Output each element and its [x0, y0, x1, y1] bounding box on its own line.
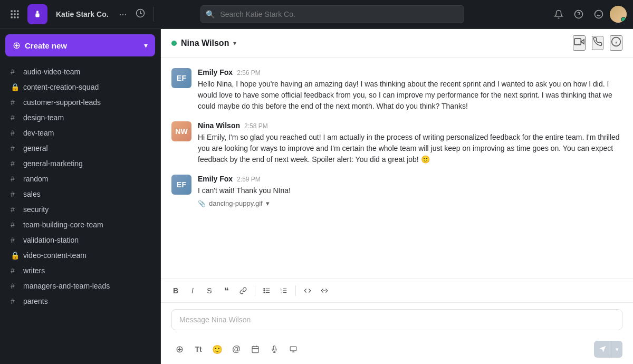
contact-dropdown-icon[interactable]: ▾ — [233, 40, 236, 47]
plus-icon: ⊕ — [13, 40, 21, 51]
avatar-initials: EF — [171, 68, 191, 88]
phone-call-button[interactable] — [592, 36, 603, 50]
channel-name: dev-team — [23, 129, 54, 137]
channel-item[interactable]: 🔒video-content-team — [3, 248, 157, 263]
svg-marker-43 — [599, 346, 606, 352]
message-time: 2:58 PM — [244, 122, 268, 130]
channel-item[interactable]: #validation-station — [3, 233, 157, 247]
search-input[interactable] — [200, 5, 464, 23]
history-button[interactable] — [133, 6, 147, 22]
message-content: Emily Fox2:59 PMI can't wait! Thank you … — [198, 175, 622, 207]
ordered-list-button[interactable]: 1 2 3 — [276, 283, 291, 298]
create-new-label: Create new — [25, 41, 140, 50]
bold-button[interactable]: B — [168, 283, 183, 298]
blockquote-button[interactable]: ❝ — [219, 283, 234, 298]
channel-item[interactable]: #general-marketing — [3, 156, 157, 171]
mention-button[interactable]: @ — [228, 341, 244, 357]
channel-item[interactable]: #random — [3, 171, 157, 186]
add-button[interactable]: ⊕ — [171, 341, 187, 357]
send-button[interactable] — [594, 341, 611, 358]
message-avatar: NW — [171, 121, 191, 141]
text-format-button[interactable]: Tt — [190, 341, 206, 357]
attachment-name: dancing-puppy.gif — [209, 199, 263, 207]
message-text: Hi Emily, I'm so glad you reached out! I… — [198, 132, 622, 165]
message-avatar: EF — [171, 68, 191, 88]
message-input-area — [161, 303, 633, 337]
chat-area: Nina Wilson ▾ — [161, 29, 633, 364]
strikethrough-button[interactable]: S — [202, 283, 217, 298]
channel-name: design-team — [23, 113, 64, 122]
channel-item[interactable]: #sales — [3, 187, 157, 202]
channel-name: customer-support-leads — [23, 98, 101, 107]
main-layout: ⊕ Create new ▾ #audio-video-team🔒content… — [0, 29, 633, 364]
send-options-button[interactable]: ▾ — [611, 341, 622, 358]
svg-point-23 — [264, 289, 265, 290]
channel-name: general — [23, 144, 48, 152]
create-new-button[interactable]: ⊕ Create new ▾ — [5, 34, 155, 56]
channel-item[interactable]: #audio-video-team — [3, 64, 157, 79]
online-indicator — [171, 41, 177, 46]
video-call-button[interactable] — [573, 35, 586, 51]
channel-item[interactable]: #parents — [3, 294, 157, 309]
hash-icon: # — [11, 98, 19, 107]
workspace-name-button[interactable]: Katie Stark Co. — [52, 10, 113, 18]
italic-button[interactable]: I — [185, 283, 200, 298]
hash-icon: # — [11, 236, 19, 244]
audio-button[interactable] — [266, 341, 282, 357]
chat-contact-name: Nina Wilson — [181, 39, 229, 48]
channel-name: random — [23, 175, 48, 183]
calendar-button[interactable] — [247, 341, 263, 357]
svg-marker-15 — [581, 40, 584, 44]
code-block-button[interactable] — [317, 283, 332, 298]
channel-name: audio-video-team — [23, 68, 80, 76]
hash-icon: # — [11, 175, 19, 183]
svg-point-25 — [264, 292, 265, 293]
channel-item[interactable]: #design-team — [3, 110, 157, 125]
lock-icon: 🔒 — [11, 83, 19, 91]
help-button[interactable] — [570, 5, 588, 23]
send-button-group: ▾ — [594, 341, 622, 358]
message-author: Emily Fox — [198, 175, 233, 183]
message: EFEmily Fox2:56 PMHello Nina, I hope you… — [171, 68, 622, 112]
messages-list: EFEmily Fox2:56 PMHello Nina, I hope you… — [161, 58, 633, 279]
sidebar: ⊕ Create new ▾ #audio-video-team🔒content… — [0, 29, 161, 364]
avatar-initials: EF — [171, 175, 191, 195]
shortcuts-button[interactable] — [285, 341, 301, 357]
svg-rect-33 — [252, 347, 258, 353]
channel-item[interactable]: #managers-and-team-leads — [3, 279, 157, 293]
message-input-box — [171, 309, 622, 330]
channel-item[interactable]: #team-building-core-team — [3, 217, 157, 232]
workspace-logo — [27, 4, 47, 24]
svg-rect-8 — [17, 16, 18, 18]
channels-list: #audio-video-team🔒content-creation-squad… — [0, 62, 160, 364]
attachment-chevron-icon: ▾ — [266, 199, 270, 207]
channel-name: content-creation-squad — [23, 83, 99, 91]
svg-rect-16 — [574, 39, 581, 45]
svg-rect-6 — [11, 16, 13, 18]
channel-item[interactable]: #writers — [3, 263, 157, 278]
svg-point-24 — [264, 290, 265, 291]
chat-header: Nina Wilson ▾ — [161, 29, 633, 58]
channel-item[interactable]: #security — [3, 202, 157, 217]
svg-rect-4 — [14, 13, 15, 15]
bullet-list-button[interactable] — [260, 283, 274, 298]
emoji-picker-button[interactable]: 🙂 — [209, 341, 225, 357]
link-button[interactable] — [236, 283, 251, 298]
channel-item[interactable]: 🔒content-creation-squad — [3, 80, 157, 94]
channel-item[interactable]: #general — [3, 141, 157, 156]
emoji-button[interactable] — [590, 5, 608, 23]
notifications-button[interactable] — [550, 5, 568, 23]
channel-name: team-building-core-team — [23, 221, 103, 229]
channel-item[interactable]: #customer-support-leads — [3, 95, 157, 110]
workspace-more-button[interactable]: ··· — [117, 7, 129, 22]
message-attachment[interactable]: 📎dancing-puppy.gif▾ — [198, 199, 622, 207]
message-avatar: EF — [171, 175, 191, 195]
apps-grid-button[interactable] — [6, 6, 23, 23]
message-input[interactable] — [179, 315, 615, 324]
code-button[interactable] — [300, 283, 315, 298]
channel-item[interactable]: #dev-team — [3, 126, 157, 140]
user-avatar[interactable] — [610, 6, 627, 23]
info-button[interactable] — [610, 35, 622, 51]
channel-name: security — [23, 205, 49, 214]
hash-icon: # — [11, 205, 19, 214]
